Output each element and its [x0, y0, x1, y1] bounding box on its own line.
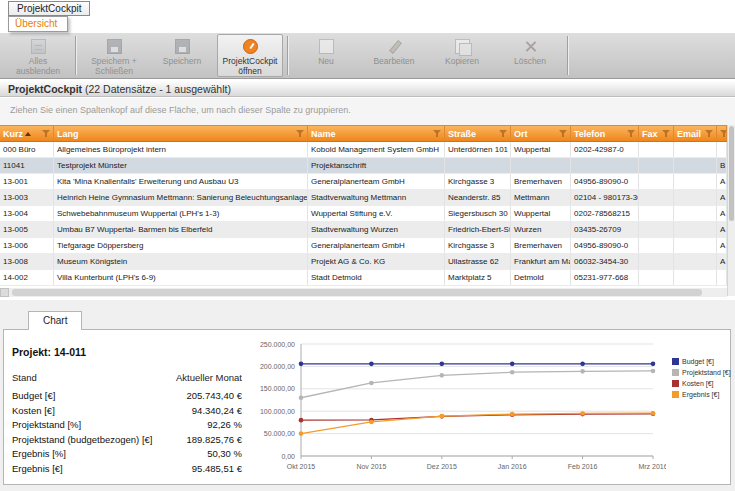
filter-funnel-icon[interactable] [296, 130, 304, 137]
column-header-label: Ort [514, 127, 528, 141]
table-row[interactable]: 11041Testprojekt MünsterProjektanschrift… [0, 158, 727, 174]
table-cell [639, 222, 674, 237]
table-cell: A [717, 254, 727, 269]
table-cell: Kobold Management System GmbH [308, 142, 445, 157]
vertical-scrollbar-thumb[interactable] [729, 126, 734, 221]
table-row[interactable]: 13-006Tiefgarage DöppersbergGeneralplane… [0, 238, 727, 254]
svg-text:Dez 2015: Dez 2015 [427, 463, 457, 470]
group-by-panel[interactable]: Ziehen Sie einen Spaltenkopf auf diese F… [0, 98, 735, 125]
table-cell: 13-005 [0, 222, 54, 237]
table-cell: Stadt Detmold [308, 270, 445, 285]
column-header-lang[interactable]: Lang [54, 126, 308, 141]
table-cell: 13-004 [0, 206, 54, 221]
stats-column-headers: Stand Aktueller Monat [12, 372, 242, 383]
legend-item-kosten: Kosten [€] [672, 380, 732, 387]
table-cell: Stadtverwaltung Wurzen [308, 222, 445, 237]
toolbar-button-label: Speichern + Schließen [82, 56, 146, 76]
table-cell: A [717, 174, 727, 189]
svg-text:50.000,00: 50.000,00 [264, 430, 295, 437]
copy-icon [455, 39, 470, 54]
chart-legend: Budget [€]Projektstand [€]Kosten [€]Erge… [672, 358, 732, 402]
horizontal-scrollbar-button[interactable] [0, 288, 9, 297]
column-header-label: Lang [57, 127, 79, 141]
legend-label: Ergebnis [€] [682, 391, 719, 398]
table-cell: Testprojekt Münster [54, 158, 308, 173]
svg-text:Feb 2016: Feb 2016 [568, 463, 598, 470]
table-cell: Kita 'Mina Knallenfalls' Erweiterung und… [54, 174, 308, 189]
legend-label: Projektstand [€] [682, 369, 731, 376]
filter-funnel-icon[interactable] [627, 130, 635, 137]
table-row[interactable]: 13-005Umbau B7 Wuppertal- Barmen bis Elb… [0, 222, 727, 238]
menu-projektcockpit[interactable]: ProjektCockpit [8, 1, 90, 16]
filter-funnel-icon[interactable] [499, 130, 507, 137]
table-row[interactable]: 13-001Kita 'Mina Knallenfalls' Erweiteru… [0, 174, 727, 190]
table-cell: 04956-89090-0 [571, 174, 639, 189]
toolbar-button-label: Bearbeiten [362, 56, 426, 66]
column-header-name[interactable]: Name [308, 126, 445, 141]
table-row[interactable]: 000 BüroAllgemeines Büroprojekt internKo… [0, 142, 727, 158]
table-cell [639, 270, 674, 285]
table-cell [639, 142, 674, 157]
vertical-scrollbar[interactable] [727, 125, 735, 296]
column-header-straße[interactable]: Straße [445, 126, 511, 141]
stat-row-ergebnis: Ergebnis [%]50,30 % [12, 448, 242, 459]
project-stats: Projekt: 14-011 Stand Aktueller Monat Bu… [12, 330, 242, 480]
filter-funnel-icon[interactable] [42, 130, 50, 137]
filter-funnel-icon[interactable] [662, 130, 670, 137]
legend-label: Budget [€] [682, 358, 714, 365]
filter-funnel-icon[interactable] [433, 130, 441, 137]
column-header-kurz[interactable]: Kurz [0, 126, 54, 141]
table-cell [674, 206, 717, 221]
project-grid: KurzLangNameStraßeOrtTelefonFaxEmail000 … [0, 125, 727, 286]
stat-label: Ergebnis [%] [12, 448, 66, 459]
table-cell [639, 254, 674, 269]
table-cell: A [717, 222, 727, 237]
table-cell: 11041 [0, 158, 54, 173]
legend-swatch [672, 391, 679, 398]
table-cell: A [717, 190, 727, 205]
table-cell: Marktplatz 5 [445, 270, 511, 285]
new-icon [319, 39, 334, 54]
chart-panel: Projekt: 14-011 Stand Aktueller Monat Bu… [3, 329, 731, 485]
legend-swatch [672, 369, 679, 376]
table-cell: Stadtverwaltung Mettmann [308, 190, 445, 205]
column-header-email[interactable]: Email [674, 126, 717, 141]
toolbar-button-neu: Neu [293, 34, 359, 77]
table-row[interactable]: 14-002Villa Kunterbunt (LPH's 6-9)Stadt … [0, 270, 727, 286]
table-cell: B [717, 158, 727, 173]
svg-text:150.000,00: 150.000,00 [260, 385, 295, 392]
filter-funnel-icon[interactable] [559, 130, 567, 137]
table-row[interactable]: 13-003Heinrich Heine Gymnasium Mettmann:… [0, 190, 727, 206]
toolbar-button-label: Alles ausblenden [6, 56, 70, 76]
column-header-label: Telefon [574, 127, 605, 141]
table-cell: Generalplanerteam GmbH [308, 174, 445, 189]
column-header-telefon[interactable]: Telefon [571, 126, 639, 141]
menu-item-uebersicht[interactable]: Übersicht [9, 17, 67, 31]
column-header-ort[interactable]: Ort [511, 126, 571, 141]
table-row[interactable]: 13-008Museum KönigsteinProjekt AG & Co. … [0, 254, 727, 270]
section-title: ProjektCockpit [8, 83, 82, 95]
horizontal-scrollbar[interactable] [0, 288, 727, 297]
table-row[interactable]: 13-004Schwebebahnmuseum Wuppertal (LPH's… [0, 206, 727, 222]
sort-asc-icon [25, 132, 31, 136]
column-header-extra[interactable] [717, 126, 727, 141]
table-cell: 0202-42987-0 [571, 142, 639, 157]
table-cell: Wuppertal [511, 142, 571, 157]
table-cell: Kirchgasse 3 [445, 174, 511, 189]
filter-funnel-icon[interactable] [720, 130, 727, 137]
toolbar-button-label: Speichern [150, 56, 214, 66]
table-cell: Generalplanerteam GmbH [308, 238, 445, 253]
filter-funnel-icon[interactable] [705, 130, 713, 137]
toolbar-button-projektcockpit-öffnen[interactable]: ProjektCockpit öffnen [217, 34, 283, 77]
table-cell: Umbau B7 Wuppertal- Barmen bis Elberfeld [54, 222, 308, 237]
tab-chart[interactable]: Chart [28, 311, 82, 330]
column-header-fax[interactable]: Fax [639, 126, 674, 141]
table-cell: Mettmann [511, 190, 571, 205]
delete-icon [523, 39, 538, 54]
legend-item-projektstand: Projektstand [€] [672, 369, 732, 376]
table-cell: Wuppertal Stiftung e.V. [308, 206, 445, 221]
table-cell: 04956-89090-0 [571, 238, 639, 253]
horizontal-scrollbar-thumb[interactable] [12, 289, 702, 296]
svg-text:200.000,00: 200.000,00 [260, 363, 295, 370]
table-cell: Tiefgarage Döppersberg [54, 238, 308, 253]
